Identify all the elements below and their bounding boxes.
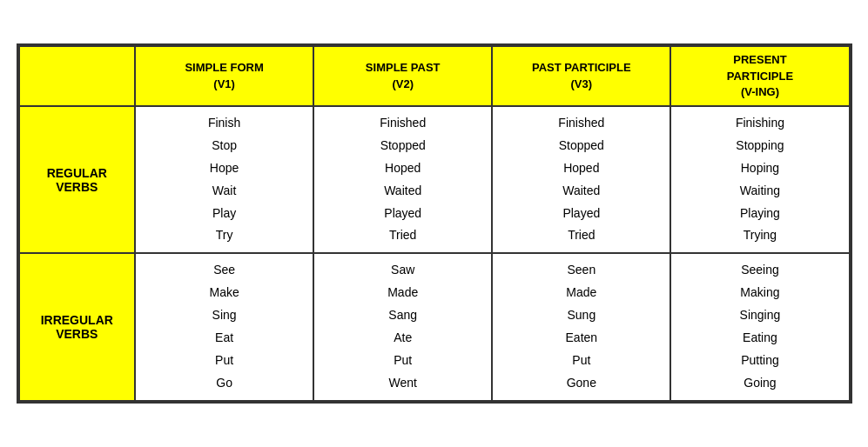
category-cell-0: REGULAR VERBS (19, 106, 136, 253)
v2-cell-0: FinishedStoppedHopedWaitedPlayedTried (313, 106, 492, 253)
verb-table-wrapper: SIMPLE FORM(V1) SIMPLE PAST(V2) PAST PAR… (17, 43, 852, 403)
header-ving: PRESENTPARTICIPLE(V-ING) (670, 46, 849, 106)
v1-cell-0: FinishStopHopeWaitPlayTry (135, 106, 313, 253)
v3-cell-0: FinishedStoppedHopedWaitedPlayedTried (492, 106, 670, 253)
verb-table: SIMPLE FORM(V1) SIMPLE PAST(V2) PAST PAR… (18, 45, 851, 401)
header-v1: SIMPLE FORM(V1) (135, 46, 313, 106)
ving-cell-1: SeeingMakingSingingEatingPuttingGoing (670, 253, 849, 400)
header-category (19, 46, 136, 106)
v3-cell-1: SeenMadeSungEatenPutGone (492, 253, 670, 400)
header-v3: PAST PARTICIPLE(V3) (492, 46, 670, 106)
v2-cell-1: SawMadeSangAtePutWent (313, 253, 492, 400)
header-v2: SIMPLE PAST(V2) (313, 46, 492, 106)
category-cell-1: IRREGULAR VERBS (19, 253, 136, 400)
ving-cell-0: FinishingStoppingHopingWaitingPlayingTry… (670, 106, 849, 253)
v1-cell-1: SeeMakeSingEatPutGo (135, 253, 313, 400)
